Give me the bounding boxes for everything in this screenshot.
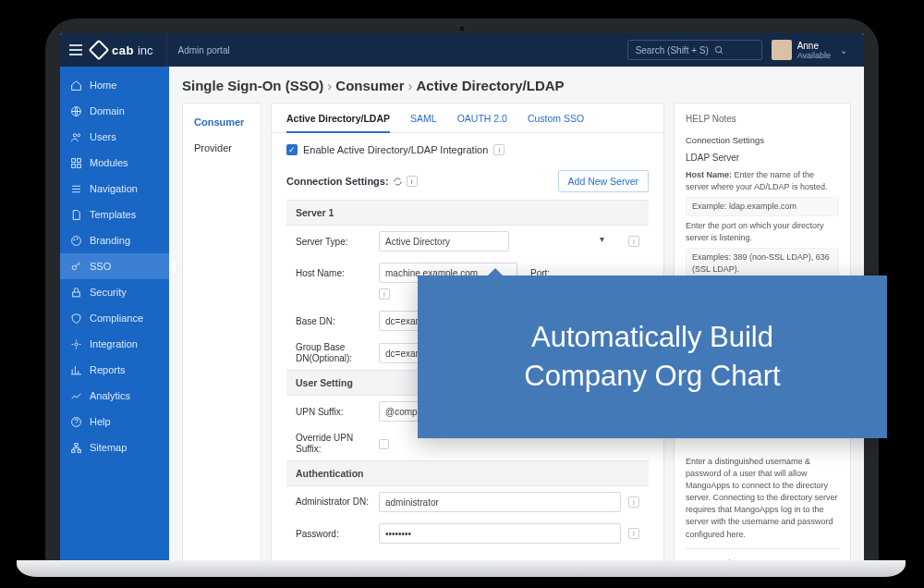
sidebar-item-templates[interactable]: Templates: [60, 202, 169, 227]
add-server-button[interactable]: Add New Server: [558, 170, 649, 192]
sitemap-icon: [69, 441, 82, 454]
svg-rect-7: [71, 164, 75, 167]
help-port-text: Enter the port on which your directory s…: [686, 220, 839, 244]
sidebar-item-label: Integration: [90, 338, 138, 349]
tab-oauth[interactable]: OAUTH 2.0: [457, 104, 507, 132]
search-placeholder: Search (Shift + S): [636, 45, 709, 55]
sidebar-item-label: Help: [90, 416, 111, 427]
avatar: [772, 40, 792, 60]
brand-logo[interactable]: cabinc: [91, 33, 167, 67]
sidebar-item-label: Reports: [90, 364, 126, 375]
info-icon[interactable]: i: [407, 176, 418, 187]
tabs: Active Directory/LDAP SAML OAUTH 2.0 Cus…: [272, 104, 663, 133]
svg-point-14: [77, 238, 78, 239]
sidebar-item-help[interactable]: Help: [60, 409, 169, 435]
info-icon[interactable]: i: [628, 528, 639, 539]
sidebar-item-compliance[interactable]: Compliance: [60, 305, 169, 331]
breadcrumb-c: Active Directory/LDAP: [417, 78, 565, 93]
user-menu[interactable]: Anne Available ⌄: [772, 40, 864, 60]
callout-line1: Automatically Build: [531, 318, 773, 357]
sidebar-item-sitemap[interactable]: Sitemap: [60, 435, 169, 460]
subnav-consumer[interactable]: Consumer: [183, 109, 261, 135]
host-name-label: Host Name:: [296, 268, 371, 278]
connection-settings-label: Connection Settings:: [286, 176, 389, 187]
users-icon: [69, 130, 82, 143]
svg-point-3: [73, 133, 76, 136]
lock-icon: [69, 286, 82, 299]
override-upn-label: Override UPN Suffix:: [296, 433, 371, 455]
refresh-icon[interactable]: [393, 177, 403, 187]
help-hostname: Host Name: Enter the name of the server …: [686, 169, 839, 193]
sidebar-item-integration[interactable]: Integration: [60, 331, 169, 357]
enable-checkbox[interactable]: ✓: [286, 144, 298, 155]
sidebar-item-analytics[interactable]: Analytics: [60, 383, 169, 409]
sidebar-item-home[interactable]: Home: [60, 72, 169, 98]
key-icon: [69, 260, 82, 273]
info-icon[interactable]: i: [493, 144, 505, 155]
base-dn-label: Base DN:: [296, 316, 371, 326]
sidebar-item-label: Navigation: [90, 183, 138, 194]
menu-icon[interactable]: [60, 33, 91, 67]
svg-rect-6: [77, 158, 80, 162]
topbar: cabinc Admin portal Search (Shift + S) A…: [60, 33, 864, 67]
override-upn-checkbox[interactable]: [379, 439, 389, 449]
tab-ad-ldap[interactable]: Active Directory/LDAP: [286, 104, 390, 133]
info-icon[interactable]: i: [379, 288, 390, 300]
sidebar-item-security[interactable]: Security: [60, 279, 169, 305]
help-example-host: Example: ldap.example.com: [686, 197, 839, 216]
sidebar-item-sso[interactable]: SSO: [60, 253, 169, 279]
svg-point-15: [72, 265, 76, 269]
camera-dot: [459, 26, 465, 31]
enable-label: Enable Active Directory/LDAP Integration: [303, 144, 488, 155]
search-icon: [714, 45, 724, 55]
user-name: Anne: [797, 41, 831, 51]
globe-icon: [69, 104, 82, 117]
breadcrumb-a[interactable]: Single Sign-On (SSO): [182, 78, 323, 93]
trend-icon: [69, 389, 82, 402]
list-icon: [69, 182, 82, 195]
auth-header: Authentication: [286, 460, 649, 486]
sidebar-item-modules[interactable]: Modules: [60, 150, 169, 176]
subnav-provider[interactable]: Provider: [183, 135, 261, 161]
tab-saml[interactable]: SAML: [410, 104, 437, 132]
info-icon[interactable]: i: [628, 496, 639, 508]
help-admin-text: Enter a distinguished username & passwor…: [686, 456, 839, 540]
laptop-base: [17, 560, 906, 577]
sidebar-item-label: Users: [90, 131, 116, 142]
admin-dn-input[interactable]: [379, 492, 621, 512]
help-title: HELP Notes: [686, 113, 839, 127]
file-icon: [69, 208, 82, 221]
sidebar-item-users[interactable]: Users: [60, 124, 169, 150]
sub-nav-panel: Consumer Provider: [182, 103, 261, 566]
sidebar-item-label: Templates: [90, 209, 136, 220]
svg-point-12: [71, 236, 80, 245]
sidebar-item-branding[interactable]: Branding: [60, 227, 169, 253]
sidebar-item-label: Branding: [90, 235, 130, 246]
sidebar-item-domain[interactable]: Domain: [60, 98, 169, 124]
password-input[interactable]: [379, 523, 621, 544]
svg-rect-20: [71, 449, 74, 452]
help-conn-settings: Connection Settings: [686, 134, 839, 147]
help-ldap-server: LDAP Server: [686, 152, 839, 165]
password-label: Password:: [296, 529, 371, 539]
sidebar-item-label: Sitemap: [90, 442, 127, 453]
chevron-down-icon: ⌄: [840, 45, 847, 55]
tab-custom-sso[interactable]: Custom SSO: [528, 104, 584, 132]
brand-main: cab: [112, 43, 134, 57]
info-icon[interactable]: i: [628, 236, 639, 247]
group-base-dn-label: Group Base DN(Optional):: [296, 342, 371, 364]
user-status: Available: [797, 51, 831, 60]
sidebar-item-label: SSO: [90, 261, 111, 272]
help-icon: [69, 415, 82, 428]
plug-icon: [69, 337, 82, 350]
sidebar-item-label: Security: [90, 287, 127, 298]
sidebar-item-reports[interactable]: Reports: [60, 357, 169, 383]
breadcrumb-b[interactable]: Consumer: [335, 78, 404, 93]
home-icon: [69, 79, 82, 92]
search-input[interactable]: Search (Shift + S): [627, 40, 762, 60]
sidebar-item-navigation[interactable]: Navigation: [60, 176, 169, 202]
sidebar-item-label: Home: [90, 80, 116, 91]
server-type-select[interactable]: [379, 231, 509, 251]
sidebar: Home Domain Users Modules Navigation Tem…: [60, 67, 169, 566]
breadcrumb: Single Sign-On (SSO)›Consumer›Active Dir…: [182, 78, 851, 93]
